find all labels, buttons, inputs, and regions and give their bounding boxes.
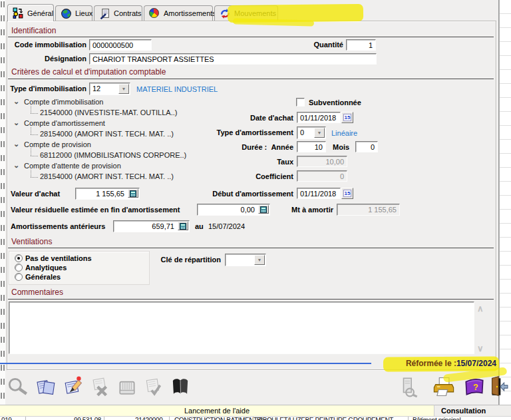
- tab-lieux[interactable]: Lieux: [55, 5, 92, 21]
- tree-node-compte-provision[interactable]: Compte de provision: [24, 140, 91, 148]
- tree-connector: [31, 134, 38, 135]
- annee-field[interactable]: 10: [297, 141, 326, 152]
- cle-repartition-combo: ▼: [225, 254, 266, 266]
- calculator-icon[interactable]: [258, 205, 269, 214]
- tree-connector: [31, 170, 31, 177]
- bg-row-cell: 99 531,08: [32, 417, 101, 420]
- background-table-row: 019 99 531,08 21420000 CONSTRUCTION BATI…: [0, 416, 511, 420]
- amortissements-anterieurs-field[interactable]: 659,71: [113, 220, 190, 232]
- scroll-up-icon[interactable]: ∧: [477, 304, 484, 314]
- coefficient-label: Coefficient: [165, 172, 293, 180]
- calculator-icon[interactable]: [178, 222, 188, 230]
- tree-connector: [31, 148, 31, 156]
- date-achat-field[interactable]: 01/11/2018: [297, 112, 341, 123]
- type-immobilisation-combo[interactable]: 12 ▼: [89, 83, 130, 95]
- delete-icon[interactable]: [88, 374, 113, 399]
- reformee-date: 15/07/2024: [456, 359, 496, 368]
- server-search-icon[interactable]: [397, 374, 422, 399]
- radio-pas-de-ventilations[interactable]: [15, 254, 23, 262]
- type-immobilisation-label: Type d'immobilisation: [7, 85, 86, 93]
- tab-amortissements[interactable]: Amortissements: [144, 5, 213, 21]
- tree-leaf-compte-amortissement[interactable]: 28154000 (AMORT INST. TECH. MAT. ..): [40, 130, 174, 138]
- section-commentaires: Commentaires: [11, 288, 63, 297]
- tree-connector: [31, 156, 38, 156]
- asset-record-dialog: Général Lieux Contrats Amortissements Mo…: [5, 0, 499, 405]
- tree-chevron-icon[interactable]: ⌄: [13, 97, 19, 106]
- book-icon[interactable]: [168, 374, 193, 399]
- cle-repartition-label: Clé de répartition: [153, 256, 221, 264]
- amortissements-anterieurs-label: Amortissements antérieurs: [11, 222, 105, 230]
- tab-mouvements-label: Mouvements: [234, 9, 276, 17]
- scroll-down-icon[interactable]: ∨: [477, 343, 484, 353]
- chevron-down-icon[interactable]: ▼: [118, 84, 129, 94]
- tree-chevron-icon[interactable]: ⌄: [13, 161, 19, 170]
- taux-label: Taux: [165, 158, 293, 166]
- valeur-residuelle-field[interactable]: 0,00: [197, 204, 270, 216]
- valeur-residuelle-label: Valeur résiduelle estimée en fin d'amort…: [11, 206, 180, 214]
- tree-node-compte-immobilisation[interactable]: Compte d'immobilisation: [24, 98, 103, 106]
- exit-door-icon[interactable]: [484, 374, 510, 399]
- tree-leaf-compte-immobilisation[interactable]: 21540000 (INVESTISTE-MAT. OUTILLA..): [40, 108, 177, 116]
- section-ventilations: Ventilations: [11, 237, 52, 246]
- comments-textarea[interactable]: [9, 302, 474, 354]
- tree-chevron-icon[interactable]: ⌄: [13, 118, 19, 127]
- debut-amortissement-label: Début d'amortissement: [205, 190, 293, 198]
- type-amortissement-label: Type d'amortissement: [165, 128, 293, 136]
- radio-analytiques[interactable]: [15, 264, 23, 272]
- calendar-icon: 15: [343, 114, 352, 121]
- type-amortissement-combo[interactable]: 0 ▼: [297, 126, 326, 139]
- reformee-status: Réformée le :15/07/2024: [373, 359, 496, 368]
- tree-node-compte-attente-provision[interactable]: Compte d'attente de provision: [24, 162, 121, 170]
- valeur-achat-field[interactable]: 1 155,65: [75, 188, 140, 200]
- type-amortissement-text: Linéaire: [331, 129, 357, 137]
- coefficient-field: 0: [297, 170, 347, 182]
- code-immobilisation-field[interactable]: 0000000500: [89, 39, 152, 51]
- debut-amortissement-field[interactable]: 01/11/2018: [297, 188, 341, 199]
- date-achat-label: Date d'achat: [165, 114, 293, 122]
- tab-general-label: Général: [27, 9, 53, 17]
- edit-icon[interactable]: [61, 374, 86, 399]
- section-identification: Identification: [11, 26, 56, 35]
- tree-connector: [31, 113, 38, 114]
- calendar-icon: 15: [343, 190, 352, 197]
- tree-chevron-icon[interactable]: ⌄: [13, 140, 19, 148]
- quantite-field[interactable]: 1: [346, 39, 376, 51]
- mt-a-amortir-label: Mt à amortir: [277, 206, 333, 214]
- blue-separator-line: [0, 363, 371, 364]
- tab-general[interactable]: Général: [7, 4, 54, 21]
- print-icon[interactable]: [431, 374, 456, 399]
- tree-connector: [31, 127, 31, 134]
- valeur-achat-label: Valeur d'achat: [11, 190, 60, 198]
- radio-generales[interactable]: [15, 273, 23, 281]
- bg-row-cell: Bâtiment principal: [413, 417, 460, 420]
- au-date: 15/07/2024: [208, 222, 245, 230]
- validate-icon[interactable]: [141, 374, 166, 399]
- documents-icon[interactable]: [33, 374, 59, 399]
- tree-connector: [31, 106, 31, 113]
- tree-node-compte-amortissement[interactable]: Compte d'amortissement: [24, 119, 105, 127]
- help-book-icon[interactable]: ?: [462, 374, 487, 399]
- debut-amortissement-calendar-button[interactable]: 15: [341, 188, 353, 199]
- tab-contrats-label: Contrats: [114, 9, 142, 17]
- search-icon[interactable]: [5, 374, 31, 399]
- date-achat-calendar-button[interactable]: 15: [341, 112, 353, 123]
- designation-field[interactable]: CHARIOT TRANSPORT ASSIETTES: [89, 53, 377, 65]
- subventionnee-checkbox[interactable]: [296, 98, 305, 106]
- code-immobilisation-label: Code immobilisation: [9, 41, 86, 49]
- org-chart-icon: [13, 7, 24, 19]
- tab-lieux-label: Lieux: [75, 9, 92, 17]
- card-file-icon[interactable]: [114, 374, 140, 399]
- calculator-icon[interactable]: [128, 189, 138, 198]
- section-divider: [8, 248, 494, 248]
- tab-contrats[interactable]: Contrats: [94, 5, 142, 21]
- mois-field[interactable]: 0: [355, 141, 378, 152]
- mt-a-amortir-field: 1 155,65: [337, 204, 400, 216]
- au-label: au: [195, 222, 204, 230]
- tab-mouvements[interactable]: Mouvements: [214, 5, 278, 21]
- chevron-down-icon[interactable]: ▼: [314, 128, 325, 138]
- svg-text:?: ?: [473, 382, 478, 392]
- radio-generales-label: Générales: [25, 273, 61, 281]
- tree-leaf-compte-attente-provision[interactable]: 28154000 (AMORT INST. TECH. MAT. ..): [40, 172, 174, 180]
- tab-amortissements-label: Amortissements: [164, 9, 216, 17]
- bg-row-cell: CONSTRUCTION BATIMENT 2: [174, 417, 262, 420]
